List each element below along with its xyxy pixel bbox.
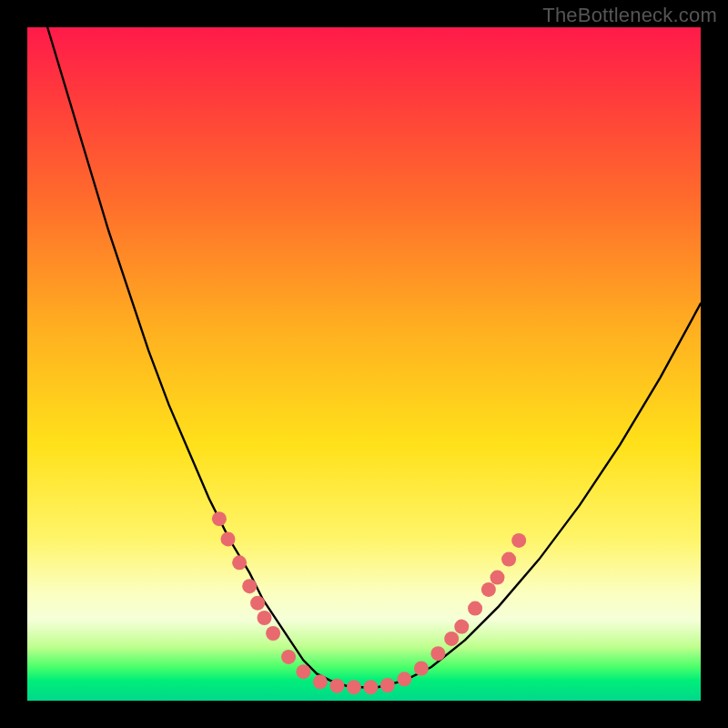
- marker-dot: [511, 533, 526, 548]
- marker-dot: [490, 571, 505, 585]
- marker-dot: [296, 664, 310, 679]
- chart-stage: TheBottleneck.com: [0, 0, 728, 728]
- marker-dot: [454, 620, 469, 634]
- chart-svg: [27, 27, 701, 701]
- watermark-text: TheBottleneck.com: [542, 4, 717, 27]
- marker-dot: [380, 678, 395, 693]
- marker-dot: [329, 679, 344, 693]
- marker-dot: [468, 602, 482, 616]
- marker-dot: [232, 555, 247, 570]
- marker-dot: [212, 511, 227, 526]
- marker-dot: [221, 531, 236, 546]
- plot-area: [27, 27, 701, 701]
- marker-dot: [430, 646, 445, 661]
- highlight-markers: [212, 511, 526, 694]
- marker-dot: [481, 582, 496, 597]
- marker-dot: [281, 650, 296, 664]
- marker-dot: [242, 579, 257, 593]
- marker-dot: [313, 674, 328, 689]
- bottleneck-curve: [47, 27, 701, 687]
- marker-dot: [397, 672, 411, 686]
- marker-dot: [501, 552, 516, 567]
- marker-dot: [347, 680, 361, 694]
- marker-dot: [258, 611, 272, 625]
- marker-dot: [363, 680, 378, 694]
- marker-dot: [414, 662, 429, 676]
- marker-dot: [444, 632, 459, 646]
- marker-dot: [266, 626, 280, 641]
- marker-dot: [250, 596, 265, 611]
